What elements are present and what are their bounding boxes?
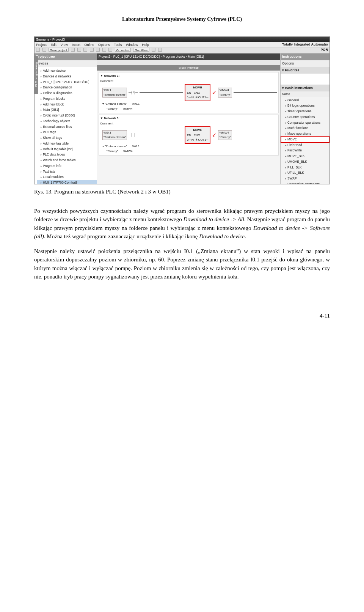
save-project-button[interactable]: Save project	[49, 48, 68, 52]
instruction-item[interactable]: Math functions	[281, 125, 329, 131]
instructions-title: Instructions	[281, 53, 329, 60]
tree-item[interactable]: Text lists	[37, 169, 97, 175]
instructions-pane[interactable]: Instructions Options ▾ Favorites ▾ Basic…	[280, 53, 329, 184]
instruction-item[interactable]: FieldWrite	[281, 148, 329, 153]
network-2-title: Network 2:	[104, 74, 119, 77]
instruction-item[interactable]: UMOVE_BLK	[281, 159, 329, 165]
move-block[interactable]: MOVE EN ENO 1─IN ✳OUT1─	[185, 84, 211, 101]
move-block[interactable]: MOVE EN ENO 2─IN ✳OUT1─	[185, 126, 211, 144]
instruction-item[interactable]: MOVE	[281, 137, 329, 142]
tree-item[interactable]: Program blocks	[37, 96, 97, 102]
output-tag[interactable]: %MW4 "Ekrany"	[218, 88, 232, 98]
window-titlebar: Siemens - Project3	[35, 37, 329, 42]
bottom-contact: ▾ "Zmiana ekranu"	[102, 102, 127, 106]
menu-options[interactable]: Options	[98, 43, 110, 47]
menu-view[interactable]: View	[61, 43, 68, 47]
toolbar-icon[interactable]	[42, 48, 46, 52]
tree-item[interactable]: PLC_1 [CPU 1214C DC/DC/DC]	[37, 79, 97, 85]
tree-item[interactable]: Add new tag table	[37, 141, 97, 146]
tree-item[interactable]: PLC tags	[37, 129, 97, 135]
plc-programming-sidetab[interactable]: PLC programming	[34, 56, 38, 94]
tree-item[interactable]: PLC data types	[37, 152, 97, 157]
column-name: Name	[281, 91, 329, 97]
contact-tag[interactable]: %I0.1 "Zmiana ekranu"	[102, 130, 127, 140]
instruction-item[interactable]: FieldRead	[281, 142, 329, 148]
tree-item[interactable]: Local modules	[37, 174, 97, 180]
editor-breadcrumb[interactable]: Project3 › PLC_1 [CPU 1214C DC/DC/DC] › …	[97, 53, 280, 60]
options-header[interactable]: Options	[281, 60, 329, 68]
instruction-item[interactable]: MOVE_BLK	[281, 153, 329, 159]
go-online-button[interactable]: Go online	[115, 48, 131, 52]
figure-caption: Rys. 13. Program na sterownik PLC (Netwo…	[34, 187, 330, 196]
rail-line	[140, 135, 183, 135]
project-tree-title: Project tree	[35, 53, 97, 60]
menu-insert[interactable]: Insert	[72, 43, 80, 47]
favorites-body	[281, 74, 329, 85]
menu-window[interactable]: Window	[126, 43, 138, 47]
instruction-item[interactable]: SWAP	[281, 176, 329, 181]
tree-item[interactable]: HMI_1 [TP700 Comfort]	[37, 180, 97, 184]
toolbar-icon[interactable]	[102, 48, 106, 52]
instruction-item[interactable]: UFILL_BLK	[281, 170, 329, 176]
annotation-arrow-icon: ↙	[212, 131, 217, 139]
editor-pane: Project3 › PLC_1 [CPU 1214C DC/DC/DC] › …	[97, 53, 280, 184]
toolbar-icon[interactable]	[83, 48, 87, 52]
tree-item[interactable]: Add new block	[37, 102, 97, 107]
toolbar-icon[interactable]	[96, 48, 100, 52]
block-interface-bar[interactable]: Block interface	[97, 65, 280, 71]
menu-online[interactable]: Online	[84, 43, 94, 47]
tree-item[interactable]: Technology objects	[37, 118, 97, 124]
go-offline-button[interactable]: Go offline	[133, 48, 149, 52]
instruction-item[interactable]: FILL_BLK	[281, 165, 329, 170]
network-2-comment: Comment	[100, 79, 277, 83]
rail-line	[140, 92, 183, 93]
paragraph-2: Następnie należy ustawić położenia przeł…	[34, 247, 330, 281]
rail-line	[234, 135, 277, 135]
tree-item[interactable]: External source files	[37, 124, 97, 130]
instruction-item[interactable]: Conversion operations	[281, 181, 329, 184]
page-number: 4-11	[34, 312, 330, 320]
tree-item[interactable]: Program info	[37, 163, 97, 169]
tree-item[interactable]: Device configuration	[37, 85, 97, 90]
tree-item[interactable]: Default tag table [22]	[37, 146, 97, 152]
menu-project[interactable]: Project	[36, 43, 47, 47]
instruction-item[interactable]: Bit logic operations	[281, 103, 329, 109]
tree-item[interactable]: Watch and force tables	[37, 157, 97, 163]
menu-tools[interactable]: Tools	[114, 43, 122, 47]
network-3-comment: Comment	[100, 121, 277, 126]
instruction-item[interactable]: Timer operations	[281, 109, 329, 114]
brand-label: Totally Integrated Automatio POR	[282, 42, 328, 52]
output-tag[interactable]: %MW4 "Ekrany"	[218, 130, 232, 140]
contact-tag[interactable]: %I0.1 "Zmiana ekranu"	[102, 88, 127, 98]
instruction-item[interactable]: Comparator operations	[281, 120, 329, 126]
tree-item[interactable]: Cyclic interrupt [OB30]	[37, 113, 97, 118]
tree-item[interactable]: Show all tags	[37, 135, 97, 141]
instruction-item[interactable]: Move operations	[281, 131, 329, 137]
toolbar-icon[interactable]	[71, 48, 75, 52]
toolbar-icon[interactable]	[108, 48, 112, 52]
instruction-item[interactable]: General	[281, 98, 329, 103]
toolbar-icon[interactable]	[152, 48, 155, 52]
toolbar-icon[interactable]	[77, 48, 81, 52]
basic-instructions-section[interactable]: ▾ Basic instructions	[281, 85, 329, 91]
tree-item[interactable]: Main [OB1]	[37, 107, 97, 113]
tree-item[interactable]: Devices & networks	[37, 74, 97, 79]
tree-item[interactable]: Online & diagnostics	[37, 90, 97, 96]
favorites-section[interactable]: ▾ Favorites	[281, 67, 329, 74]
tia-portal-screenshot: PLC programming Siemens - Project3 Proje…	[34, 36, 330, 184]
page-header: Laboratorium Przemysłowe Systemy Cyfrowe…	[34, 15, 330, 23]
network-3: ▼ Network 3: Comment %I0.1 "Zmiana ekran…	[99, 115, 279, 156]
network-3-title: Network 3:	[104, 116, 119, 120]
tree-item[interactable]: Add new device	[37, 68, 97, 74]
network-2: ▼ Network 2: Comment %I0.1 "Zmiana ekran…	[99, 72, 279, 113]
devices-tab[interactable]: Devices	[35, 60, 97, 68]
menu-edit[interactable]: Edit	[51, 43, 57, 47]
paragraph-1: Po wszystkich powyższych czynnościach na…	[34, 207, 330, 241]
menu-help[interactable]: Help	[142, 43, 149, 47]
instruction-item[interactable]: Counter operations	[281, 114, 329, 120]
toolbar-icon[interactable]	[90, 48, 94, 52]
project-tree[interactable]: Project tree Devices Add new deviceDevic…	[35, 53, 97, 184]
editor-toolbar[interactable]	[97, 60, 280, 65]
toolbar-icon[interactable]	[36, 48, 40, 52]
toolbar-icon[interactable]	[158, 48, 162, 52]
